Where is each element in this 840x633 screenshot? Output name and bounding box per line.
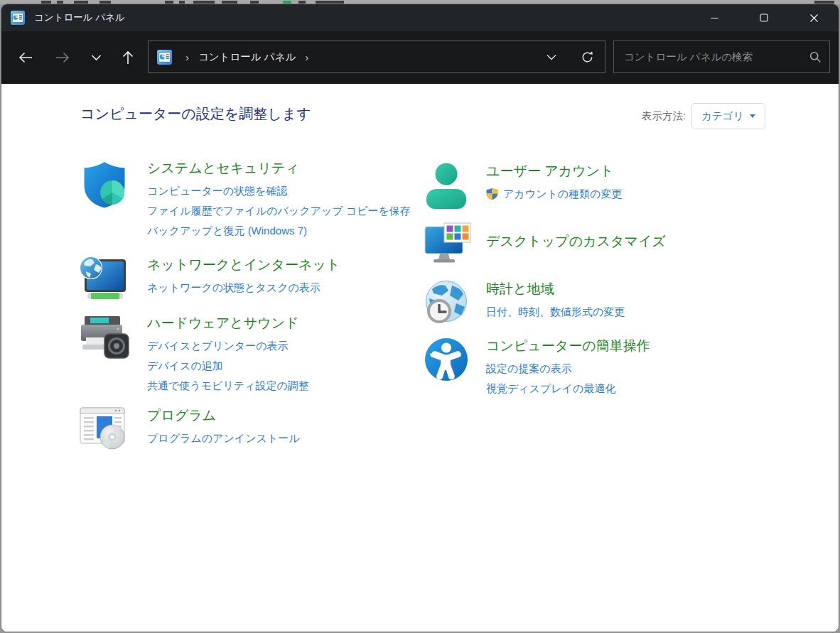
- back-button[interactable]: [10, 31, 41, 84]
- category-text-network-internet: ネットワークとインターネットネットワークの状態とタスクの表示: [147, 256, 340, 298]
- view-by-dropdown[interactable]: カテゴリ: [691, 103, 765, 129]
- clock-region-icon[interactable]: [424, 280, 486, 328]
- category-text-clock-region: 時計と地域日付、時刻、数値形式の変更: [486, 280, 625, 322]
- category-clock-region: 時計と地域日付、時刻、数値形式の変更: [424, 280, 625, 328]
- hardware-sound-icon[interactable]: [79, 314, 147, 362]
- search-box: [613, 40, 830, 73]
- task-link[interactable]: 共通で使うモビリティ設定の調整: [147, 376, 309, 396]
- control-panel-icon[interactable]: [11, 11, 25, 25]
- address-bar[interactable]: › コントロール パネル ›: [148, 40, 605, 73]
- category-personalization: デスクトップのカスタマイズ: [424, 222, 666, 270]
- page-title: コンピューターの設定を調整します: [80, 104, 311, 124]
- task-link[interactable]: 設定の提案の表示: [486, 359, 650, 379]
- task-link[interactable]: デバイスとプリンターの表示: [147, 336, 309, 356]
- task-link[interactable]: ファイル履歴でファイルのバックアップ コピーを保存: [147, 201, 411, 221]
- category-system-security: システムとセキュリティコンピューターの状態を確認ファイル履歴でファイルのバックア…: [79, 159, 411, 241]
- category-ease-of-access: コンピューターの簡単操作設定の提案の表示視覚ディスプレイの最適化: [424, 337, 650, 399]
- network-internet-icon[interactable]: [79, 256, 147, 303]
- task-link[interactable]: プログラムのアンインストール: [147, 428, 300, 448]
- magnifier-icon: [801, 50, 829, 63]
- close-button[interactable]: [789, 4, 839, 31]
- control-panel-icon[interactable]: [157, 50, 172, 65]
- content-area: コンピューターの設定を調整します 表示方法: カテゴリ システムとセキュリティコ…: [1, 84, 839, 632]
- personalization-icon[interactable]: [424, 222, 486, 270]
- breadcrumb-root[interactable]: コントロール パネル: [195, 50, 298, 64]
- view-by-control: 表示方法: カテゴリ: [642, 103, 765, 129]
- task-link[interactable]: 日付、時刻、数値形式の変更: [486, 302, 625, 322]
- view-by-value: カテゴリ: [701, 109, 743, 123]
- up-button[interactable]: [112, 31, 144, 84]
- category-text-user-accounts: ユーザー アカウント アカウントの種類の変更: [486, 162, 622, 204]
- ease-of-access-icon[interactable]: [424, 337, 486, 385]
- navigation-bar: › コントロール パネル ›: [1, 31, 839, 84]
- refresh-icon[interactable]: [569, 41, 605, 72]
- category-title-programs[interactable]: プログラム: [147, 406, 300, 425]
- category-text-personalization: デスクトップのカスタマイズ: [486, 222, 666, 254]
- minimize-button[interactable]: [689, 4, 739, 31]
- category-network-internet: ネットワークとインターネットネットワークの状態とタスクの表示: [79, 256, 340, 303]
- category-title-system-security[interactable]: システムとセキュリティ: [147, 159, 411, 178]
- category-title-hardware-sound[interactable]: ハードウェアとサウンド: [147, 314, 309, 332]
- category-text-hardware-sound: ハードウェアとサウンドデバイスとプリンターの表示デバイスの追加共通で使うモビリテ…: [147, 314, 309, 396]
- category-title-network-internet[interactable]: ネットワークとインターネット: [147, 256, 340, 274]
- task-link[interactable]: バックアップと復元 (Windows 7): [147, 221, 411, 241]
- system-security-icon[interactable]: [79, 159, 147, 213]
- forward-button[interactable]: [47, 31, 78, 84]
- category-hardware-sound: ハードウェアとサウンドデバイスとプリンターの表示デバイスの追加共通で使うモビリテ…: [79, 314, 309, 396]
- category-text-ease-of-access: コンピューターの簡単操作設定の提案の表示視覚ディスプレイの最適化: [486, 337, 650, 399]
- recent-locations-button[interactable]: [80, 31, 112, 84]
- chevron-down-icon: [750, 114, 755, 118]
- uac-shield-icon: [486, 188, 498, 200]
- address-bar-buttons: [534, 41, 605, 72]
- category-programs: プログラムプログラムのアンインストール: [79, 406, 300, 453]
- category-user-accounts: ユーザー アカウント アカウントの種類の変更: [424, 162, 622, 215]
- window-controls: [689, 4, 839, 31]
- task-link[interactable]: アカウントの種類の変更: [486, 184, 622, 204]
- titlebar: コントロール パネル: [1, 4, 839, 31]
- view-by-label: 表示方法:: [642, 109, 686, 123]
- breadcrumb-chevron-icon[interactable]: ›: [179, 52, 195, 63]
- category-title-user-accounts[interactable]: ユーザー アカウント: [486, 162, 622, 180]
- category-text-system-security: システムとセキュリティコンピューターの状態を確認ファイル履歴でファイルのバックア…: [147, 159, 411, 241]
- control-panel-window: コントロール パネル: [1, 4, 839, 632]
- task-link[interactable]: 視覚ディスプレイの最適化: [486, 379, 650, 399]
- category-title-clock-region[interactable]: 時計と地域: [486, 280, 625, 298]
- maximize-button[interactable]: [739, 4, 789, 31]
- previous-locations-chevron-icon[interactable]: [534, 41, 569, 72]
- window-title: コントロール パネル: [34, 11, 125, 24]
- category-title-personalization[interactable]: デスクトップのカスタマイズ: [486, 232, 666, 251]
- search-input[interactable]: [614, 51, 801, 63]
- programs-icon[interactable]: [79, 406, 147, 453]
- category-title-ease-of-access[interactable]: コンピューターの簡単操作: [486, 337, 650, 355]
- task-link[interactable]: デバイスの追加: [147, 356, 309, 376]
- task-link[interactable]: ネットワークの状態とタスクの表示: [147, 278, 340, 298]
- breadcrumb-chevron-icon[interactable]: ›: [298, 52, 315, 63]
- task-link[interactable]: コンピューターの状態を確認: [147, 181, 411, 201]
- user-accounts-icon[interactable]: [424, 162, 486, 215]
- category-text-programs: プログラムプログラムのアンインストール: [147, 406, 300, 448]
